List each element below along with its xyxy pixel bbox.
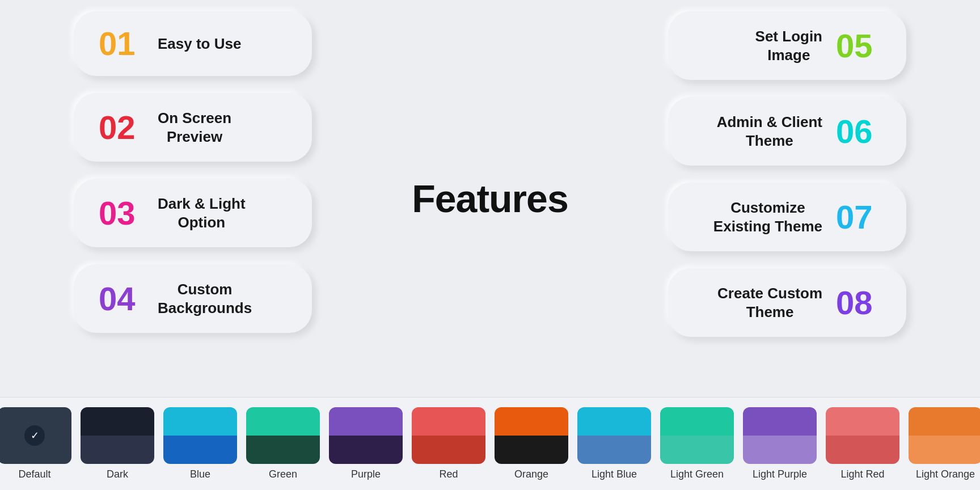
feature-num-02: 02	[99, 111, 144, 144]
swatch-item-light-green[interactable]: Light Green	[656, 407, 738, 480]
swatch-item-red[interactable]: Red	[407, 407, 490, 480]
feature-card-01: 01 Easy to Use	[74, 11, 312, 76]
features-section: Features 01 Easy to Use 02 On ScreenPrev…	[0, 0, 980, 397]
swatch-box-default: ✓	[0, 407, 71, 464]
feature-label-04: CustomBackgrounds	[158, 280, 252, 317]
swatch-box-light-purple	[743, 407, 817, 464]
page-title: Features	[412, 176, 568, 221]
right-cards-container: 05 Set LoginImage 06 Admin & ClientTheme…	[668, 11, 906, 337]
swatch-label-light-purple: Light Purple	[753, 468, 807, 480]
swatch-item-orange[interactable]: Orange	[490, 407, 573, 480]
feature-label-07: CustomizeExisting Theme	[713, 198, 822, 235]
swatch-item-dark[interactable]: Dark	[76, 407, 159, 480]
swatch-item-green[interactable]: Green	[242, 407, 324, 480]
feature-card-07: 07 CustomizeExisting Theme	[668, 183, 906, 251]
feature-num-04: 04	[99, 282, 144, 315]
feature-num-03: 03	[99, 197, 144, 230]
swatch-label-light-blue: Light Blue	[592, 468, 637, 480]
swatch-item-light-orange[interactable]: Light Orange	[904, 407, 980, 480]
swatch-label-light-red: Light Red	[840, 468, 884, 480]
feature-label-02: On ScreenPreview	[158, 109, 231, 146]
swatch-label-light-green: Light Green	[670, 468, 724, 480]
swatch-item-default[interactable]: ✓ Default	[0, 407, 76, 480]
feature-card-04: 04 CustomBackgrounds	[74, 264, 312, 333]
feature-label-08: Create CustomTheme	[717, 284, 822, 321]
feature-card-05: 05 Set LoginImage	[668, 11, 906, 80]
swatch-box-light-orange	[909, 407, 980, 464]
swatch-label-blue: Blue	[190, 468, 210, 480]
swatch-label-default: Default	[18, 468, 50, 480]
swatches-bar: ✓ Default Dark Blue Green Purple	[0, 397, 980, 490]
left-cards-container: 01 Easy to Use 02 On ScreenPreview 03 Da…	[74, 11, 312, 333]
swatch-item-light-purple[interactable]: Light Purple	[738, 407, 821, 480]
swatch-item-light-red[interactable]: Light Red	[821, 407, 904, 480]
feature-label-06: Admin & ClientTheme	[717, 113, 822, 150]
feature-num-07: 07	[836, 201, 881, 234]
feature-num-01: 01	[99, 27, 144, 60]
feature-label-05: Set LoginImage	[755, 27, 822, 64]
swatch-label-red: Red	[439, 468, 458, 480]
swatch-label-light-orange: Light Orange	[916, 468, 975, 480]
feature-card-08: 08 Create CustomTheme	[668, 268, 906, 337]
swatch-box-purple	[329, 407, 403, 464]
feature-num-06: 06	[836, 115, 881, 148]
feature-card-02: 02 On ScreenPreview	[74, 93, 312, 162]
feature-num-05: 05	[836, 29, 881, 62]
swatch-label-green: Green	[269, 468, 297, 480]
feature-num-08: 08	[836, 286, 881, 319]
swatch-box-dark	[81, 407, 154, 464]
feature-card-03: 03 Dark & LightOption	[74, 179, 312, 247]
swatch-box-red	[412, 407, 485, 464]
swatch-label-dark: Dark	[107, 468, 128, 480]
swatch-check-icon: ✓	[24, 425, 45, 446]
feature-label-01: Easy to Use	[158, 35, 241, 53]
feature-label-03: Dark & LightOption	[158, 195, 246, 231]
swatch-item-blue[interactable]: Blue	[159, 407, 242, 480]
swatch-item-purple[interactable]: Purple	[324, 407, 407, 480]
swatch-box-blue	[163, 407, 237, 464]
swatch-box-light-green	[660, 407, 734, 464]
swatch-box-orange	[495, 407, 568, 464]
feature-card-06: 06 Admin & ClientTheme	[668, 97, 906, 166]
swatch-item-light-blue[interactable]: Light Blue	[573, 407, 656, 480]
swatch-box-green	[246, 407, 320, 464]
swatch-label-purple: Purple	[351, 468, 381, 480]
swatch-box-light-blue	[577, 407, 651, 464]
swatch-label-orange: Orange	[514, 468, 548, 480]
swatch-box-light-red	[826, 407, 899, 464]
